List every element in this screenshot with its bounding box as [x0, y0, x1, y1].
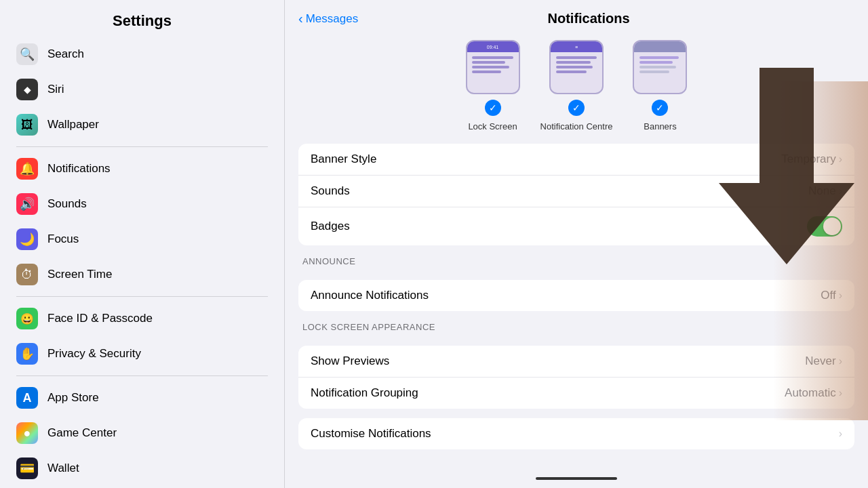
- sidebar-item-privacy[interactable]: ✋ Privacy & Security: [8, 336, 276, 371]
- show-previews-chevron: ›: [839, 355, 842, 367]
- nav-back-label: Messages: [306, 12, 358, 26]
- sidebar-label-sounds: Sounds: [47, 197, 87, 211]
- sounds-row[interactable]: Sounds None ›: [298, 176, 854, 207]
- notifcenter-lines: [556, 56, 597, 73]
- notification-grouping-chevron: ›: [839, 387, 842, 399]
- sidebar-item-wallpaper[interactable]: 🖼 Wallpaper: [8, 107, 276, 142]
- notification-grouping-row[interactable]: Notification Grouping Automatic ›: [298, 378, 854, 409]
- notification-grouping-value: Automatic: [785, 386, 836, 400]
- banner-style-row[interactable]: Banner Style Temporary ›: [298, 144, 854, 176]
- home-bar: [285, 465, 868, 488]
- lockscreen-check: ✓: [485, 100, 501, 116]
- divider-2: [16, 296, 268, 297]
- customise-card: Customise Notifications ›: [298, 418, 854, 449]
- notifcenter-preview: ≡: [549, 40, 604, 94]
- badges-row-label: Badges: [311, 220, 807, 233]
- badges-toggle[interactable]: [807, 216, 842, 237]
- show-previews-row[interactable]: Show Previews Never ›: [298, 346, 854, 378]
- sidebar-label-notifications: Notifications: [47, 162, 111, 176]
- banner-style-label: Banner Style: [311, 152, 781, 166]
- sidebar-label-faceid: Face ID & Passcode: [47, 312, 153, 325]
- wallpaper-icon: 🖼: [16, 114, 38, 136]
- sidebar-item-faceid[interactable]: 😀 Face ID & Passcode: [8, 301, 276, 336]
- lockscreen-preview: 09:41: [466, 40, 520, 94]
- back-chevron-icon: ‹: [298, 11, 303, 26]
- lockscreen-label: Lock Screen: [468, 121, 517, 131]
- notification-grouping-label: Notification Grouping: [311, 386, 785, 400]
- sidebar-label-appstore: App Store: [47, 391, 99, 405]
- sidebar-item-wallet[interactable]: 💳 Wallet: [8, 451, 276, 486]
- banners-lines: [639, 56, 681, 73]
- sounds-icon: 🔊: [16, 193, 38, 215]
- home-bar-line: [536, 477, 617, 480]
- nav-title: Notifications: [363, 11, 814, 26]
- sidebar-item-search[interactable]: 🔍 Search: [8, 37, 276, 72]
- customise-chevron: ›: [839, 428, 842, 440]
- search-icon: 🔍: [16, 43, 38, 65]
- siri-icon: ◆: [16, 79, 38, 100]
- notification-style-picker: 09:41 ✓ Lock Screen ≡: [298, 32, 854, 134]
- nav-bar: ‹ Messages Notifications: [285, 0, 868, 32]
- screentime-icon: ⏱: [16, 264, 38, 285]
- content-area: 09:41 ✓ Lock Screen ≡: [285, 32, 868, 465]
- sidebar-title: Settings: [0, 0, 284, 37]
- show-previews-label: Show Previews: [311, 354, 805, 368]
- badges-row[interactable]: Badges: [298, 207, 854, 245]
- announce-notifications-label: Announce Notifications: [311, 289, 821, 302]
- style-option-banners[interactable]: ✓ Banners: [633, 40, 687, 131]
- alerts-card: Banner Style Temporary › Sounds None › B…: [298, 144, 854, 245]
- nav-back-button[interactable]: ‹ Messages: [298, 11, 358, 26]
- style-option-notifcenter[interactable]: ≡ ✓ Notification Centre: [540, 40, 613, 131]
- sidebar-label-search: Search: [47, 47, 84, 61]
- sidebar-item-sounds[interactable]: 🔊 Sounds: [8, 186, 276, 222]
- lock-screen-card: Show Previews Never › Notification Group…: [298, 346, 854, 409]
- lockscreen-topbar: 09:41: [467, 41, 519, 52]
- privacy-icon: ✋: [16, 343, 38, 365]
- banners-preview: [633, 40, 687, 94]
- announce-notifications-row[interactable]: Announce Notifications Off ›: [298, 280, 854, 311]
- sidebar-item-notifications[interactable]: 🔔 Notifications: [8, 151, 276, 186]
- gamecenter-icon: ●: [16, 422, 38, 444]
- faceid-icon: 😀: [16, 308, 38, 329]
- banners-label: Banners: [644, 121, 676, 131]
- notifcenter-check: ✓: [568, 100, 585, 116]
- wallet-icon: 💳: [16, 458, 38, 479]
- announce-notifications-chevron: ›: [839, 289, 842, 302]
- sidebar-item-focus[interactable]: 🌙 Focus: [8, 222, 276, 257]
- lockscreen-lines: [472, 56, 513, 73]
- notifications-icon: 🔔: [16, 158, 38, 180]
- focus-icon: 🌙: [16, 228, 38, 250]
- customise-row[interactable]: Customise Notifications ›: [298, 418, 854, 449]
- announce-card: Announce Notifications Off ›: [298, 280, 854, 311]
- sidebar-list: 🔍 Search ◆ Siri 🖼 Wallpaper 🔔 Notificati…: [0, 37, 284, 488]
- sidebar-label-screentime: Screen Time: [47, 268, 112, 281]
- sidebar-item-siri[interactable]: ◆ Siri: [8, 72, 276, 107]
- banner-style-chevron: ›: [839, 153, 842, 165]
- sidebar-label-focus: Focus: [47, 232, 79, 246]
- announce-section-header: ANNOUNCE: [298, 245, 854, 270]
- divider-3: [16, 375, 268, 376]
- lock-screen-section-header: LOCK SCREEN APPEARANCE: [298, 311, 854, 336]
- announce-notifications-value: Off: [821, 289, 835, 302]
- banner-style-value: Temporary: [781, 152, 835, 166]
- sidebar-label-wallpaper: Wallpaper: [47, 118, 99, 131]
- sidebar-item-gamecenter[interactable]: ● Game Center: [8, 415, 276, 451]
- sidebar-label-siri: Siri: [47, 83, 64, 96]
- banners-check: ✓: [652, 100, 668, 116]
- notifcenter-label: Notification Centre: [540, 121, 613, 131]
- sounds-row-label: Sounds: [311, 184, 808, 198]
- sidebar-label-privacy: Privacy & Security: [47, 347, 141, 361]
- sidebar-item-appstore[interactable]: A App Store: [8, 380, 276, 415]
- sidebar-label-wallet: Wallet: [47, 462, 79, 475]
- sidebar-item-screentime[interactable]: ⏱ Screen Time: [8, 257, 276, 292]
- divider-1: [16, 146, 268, 147]
- badges-toggle-knob: [823, 218, 841, 235]
- customise-label: Customise Notifications: [311, 427, 839, 441]
- style-option-lockscreen[interactable]: 09:41 ✓ Lock Screen: [466, 40, 520, 131]
- notifcenter-topbar: ≡: [551, 41, 602, 52]
- banners-topbar: [634, 41, 686, 52]
- sounds-row-value: None: [808, 184, 836, 198]
- sidebar-label-gamecenter: Game Center: [47, 426, 117, 440]
- appstore-icon: A: [16, 387, 38, 409]
- sidebar: Settings 🔍 Search ◆ Siri 🖼 Wallpaper 🔔 N…: [0, 0, 285, 488]
